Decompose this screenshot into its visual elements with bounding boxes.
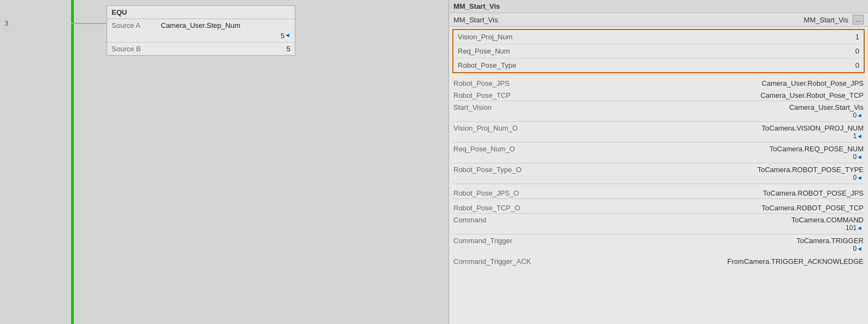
data-value-3: ToCamera.VISION_PROJ_NUM: [541, 124, 864, 132]
separator-3: [452, 142, 865, 143]
data-value-1: Camera_User.Robot_Pose_TCP: [541, 91, 864, 99]
data-row-4: Req_Pose_Num_OToCamera.REQ_POSE_NUM0◄: [452, 144, 865, 162]
data-label-4: Req_Pose_Num_O: [453, 145, 541, 153]
equ-title: EQU: [107, 6, 295, 19]
source-a-dot: ◄: [284, 32, 290, 40]
right-panel: MM_Start_Vis MM_Start_Vis MM_Start_Vis .…: [448, 0, 868, 324]
data-value-6: ToCamera.ROBOT_POSE_JPS: [541, 189, 864, 197]
separator-7: [452, 213, 865, 214]
orange-section: Vision_Proj_Num 1 Req_Pose_Num 0 Robot_P…: [452, 29, 865, 73]
data-section: Robot_Pose_JPSCamera_User.Robot_Pose_JPS…: [449, 75, 868, 266]
data-label-0: Robot_Pose_JPS: [453, 79, 541, 87]
equ-block: EQU Source A Camera_User.Step_Num 5◄ Sou…: [107, 5, 295, 56]
source-a-sub-row: 5◄: [107, 32, 295, 42]
data-label-7: Robot_Pose_TCP_O: [453, 204, 541, 212]
data-value-9: ToCamera.TRIGGER: [541, 237, 864, 245]
data-value-7: ToCamera.ROBOT_POSE_TCP: [541, 204, 864, 212]
data-sub-row-2: 0◄: [453, 111, 864, 119]
data-label-3: Vision_Proj_Num_O: [453, 124, 541, 132]
data-value-10: FromCamera.TRIGGER_ACKNOWLEDGE: [541, 257, 864, 266]
separator-5: [452, 184, 865, 184]
data-label-5: Robot_Pose_Type_O: [453, 166, 541, 174]
data-label-9: Command_Trigger: [453, 237, 541, 245]
source-a-label: Source A: [112, 21, 161, 30]
data-row-6: Robot_Pose_JPS_OToCamera.ROBOT_POSE_JPS: [452, 185, 865, 197]
data-sub-row-3: 1◄: [453, 132, 864, 140]
block-header-value: MM_Start_Vis: [804, 16, 848, 24]
data-row-2: Start_VisionCamera_User.Start_Vis0◄: [452, 102, 865, 120]
data-row-3: Vision_Proj_Num_OToCamera.VISION_PROJ_NU…: [452, 123, 865, 141]
data-value-0: Camera_User.Robot_Pose_JPS: [541, 79, 864, 87]
data-row-7: Robot_Pose_TCP_OToCamera.ROBOT_POSE_TCP: [452, 200, 865, 212]
param-row-robot-pose-type: Robot_Pose_Type 0: [453, 58, 864, 72]
data-row-10: Command_Trigger_ACKFromCamera.TRIGGER_AC…: [452, 254, 865, 266]
browse-button[interactable]: ...: [853, 15, 864, 25]
param-row-req-pose-num: Req_Pose_Num 0: [453, 44, 864, 58]
data-sub-dot-5: ◄: [857, 174, 863, 181]
block-header-row: MM_Start_Vis MM_Start_Vis ...: [449, 13, 868, 27]
source-a-sub-value: 5: [281, 32, 284, 40]
data-sub-dot-3: ◄: [857, 133, 863, 139]
separator-2: [452, 121, 865, 122]
param-label-vision-proj-num: Vision_Proj_Num: [458, 33, 855, 41]
data-sub-row-5: 0◄: [453, 174, 864, 181]
data-sub-dot-2: ◄: [857, 112, 863, 119]
green-line: [71, 0, 74, 324]
left-panel: 3 EQU Source A Camera_User.Step_Num 5◄ S…: [0, 0, 448, 324]
separator-8: [452, 234, 865, 234]
param-value-vision-proj-num: 1: [855, 33, 859, 41]
source-a-row: Source A Camera_User.Step_Num: [107, 19, 295, 32]
param-value-robot-pose-type: 0: [855, 61, 859, 69]
data-sub-dot-8: ◄: [857, 225, 863, 231]
data-value-4: ToCamera.REQ_POSE_NUM: [541, 145, 864, 153]
data-sub-dot-4: ◄: [857, 154, 863, 160]
horizontal-line: [71, 23, 112, 24]
data-label-8: Command: [453, 216, 541, 224]
data-label-1: Robot_Pose_TCP: [453, 91, 541, 99]
param-row-vision-proj-num: Vision_Proj_Num 1: [453, 30, 864, 44]
data-row-9: Command_TriggerToCamera.TRIGGER0◄: [452, 235, 865, 254]
data-label-2: Start_Vision: [453, 103, 541, 111]
param-value-req-pose-num: 0: [855, 47, 859, 55]
data-row-0: Robot_Pose_JPSCamera_User.Robot_Pose_JPS: [452, 75, 865, 87]
data-sub-dot-9: ◄: [857, 245, 863, 252]
data-row-5: Robot_Pose_Type_OToCamera.ROBOT_POSE_TYP…: [452, 164, 865, 182]
row-number: 3: [4, 19, 8, 27]
separator-4: [452, 163, 865, 163]
data-sub-row-8: 101◄: [453, 224, 864, 232]
data-row-8: CommandToCamera.COMMAND101◄: [452, 215, 865, 233]
main-container: 3 EQU Source A Camera_User.Step_Num 5◄ S…: [0, 0, 868, 324]
block-header-name: MM_Start_Vis: [453, 16, 804, 24]
data-value-5: ToCamera.ROBOT_POSE_TYPE: [541, 166, 864, 174]
source-b-value: 5: [287, 45, 290, 53]
block-title-bar: MM_Start_Vis: [449, 0, 868, 13]
param-label-robot-pose-type: Robot_Pose_Type: [458, 61, 855, 69]
data-value-8: ToCamera.COMMAND: [541, 216, 864, 224]
source-b-label: Source B: [112, 45, 161, 53]
data-value-2: Camera_User.Start_Vis: [541, 103, 864, 111]
param-label-req-pose-num: Req_Pose_Num: [458, 47, 855, 55]
data-sub-row-9: 0◄: [453, 245, 864, 252]
data-label-6: Robot_Pose_JPS_O: [453, 189, 541, 197]
data-sub-value-8: 101: [846, 224, 857, 232]
separator-6: [452, 198, 865, 199]
source-a-value: Camera_User.Step_Num: [161, 21, 240, 30]
data-row-1: Robot_Pose_TCPCamera_User.Robot_Pose_TCP: [452, 87, 865, 99]
source-b-row: Source B 5: [107, 42, 295, 55]
separator-1: [452, 101, 865, 101]
data-label-10: Command_Trigger_ACK: [453, 257, 541, 266]
data-sub-row-4: 0◄: [453, 153, 864, 161]
